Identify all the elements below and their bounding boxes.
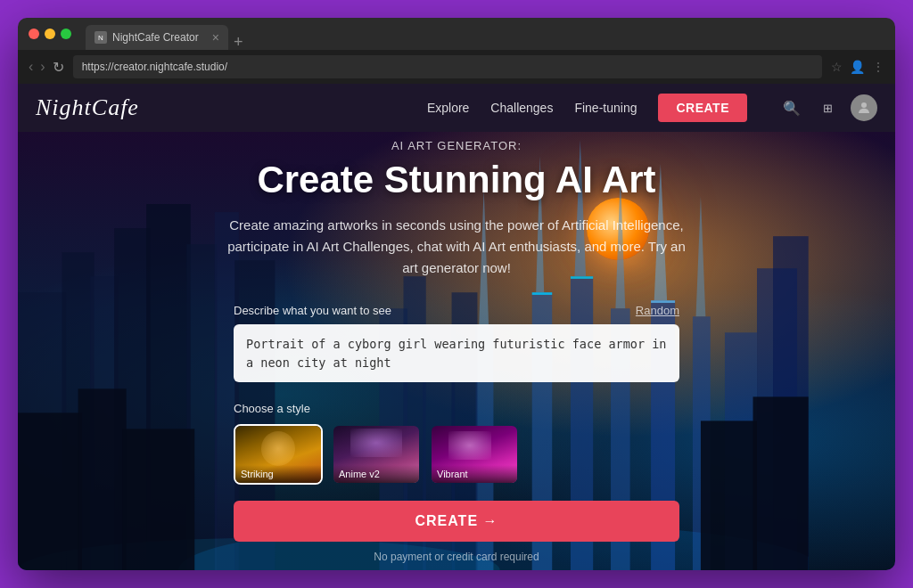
nav-challenges[interactable]: Challenges: [490, 101, 553, 115]
prompt-input[interactable]: [234, 324, 679, 382]
nav-fine-tuning[interactable]: Fine-tuning: [574, 101, 637, 115]
site-logo: NightCafe: [36, 94, 139, 121]
style-options: Striking Anime v2 Vibrant: [234, 424, 679, 485]
hero-title: Create Stunning AI Art: [225, 159, 688, 200]
nav-links: Explore Challenges Fine-tuning CREATE 🔍 …: [427, 94, 877, 122]
no-payment-text: No payment or credit card required: [234, 551, 679, 563]
forward-button[interactable]: ›: [40, 59, 45, 75]
prompt-label-row: Describe what you want to see Random: [234, 304, 679, 317]
style-section-label: Choose a style: [234, 402, 679, 415]
hero-content: AI ART GENERATOR: Create Stunning AI Art…: [207, 132, 706, 570]
browser-titlebar: N NightCafe Creator × +: [18, 18, 895, 50]
maximize-window-button[interactable]: [61, 29, 71, 39]
hero-section: AI ART GENERATOR: Create Stunning AI Art…: [18, 132, 895, 570]
tab-close-button[interactable]: ×: [212, 30, 219, 45]
style-label-striking: Striking: [235, 465, 321, 483]
reload-button[interactable]: ↻: [53, 59, 64, 76]
create-action-button[interactable]: CREATE →: [234, 501, 679, 542]
style-option-vibrant[interactable]: Vibrant: [430, 424, 519, 485]
tab-favicon: N: [95, 31, 107, 44]
style-option-anime[interactable]: Anime v2: [332, 424, 421, 485]
nav-create-button[interactable]: CREATE: [658, 94, 747, 122]
back-button[interactable]: ‹: [29, 59, 33, 75]
website-content: NightCafe Explore Challenges Fine-tuning…: [18, 84, 895, 570]
hero-subtitle: AI ART GENERATOR:: [225, 139, 688, 152]
nav-icons: 🔍 ⊞: [779, 94, 877, 121]
style-option-striking[interactable]: Striking: [234, 424, 323, 485]
browser-tabs: N NightCafe Creator × +: [86, 18, 243, 50]
active-tab[interactable]: N NightCafe Creator ×: [86, 25, 228, 50]
addressbar-actions: ☆ 👤 ⋮: [831, 60, 884, 74]
address-bar[interactable]: [73, 55, 822, 78]
menu-icon[interactable]: ⋮: [872, 60, 884, 74]
bookmark-icon[interactable]: ☆: [831, 60, 843, 74]
tab-label: NightCafe Creator: [112, 31, 199, 44]
nav-explore[interactable]: Explore: [427, 101, 469, 115]
prompt-section: Describe what you want to see Random Cho…: [234, 304, 679, 563]
browser-nav-buttons: ‹ › ↻: [29, 59, 64, 76]
hero-description: Create amazing artworks in seconds using…: [225, 215, 688, 279]
new-tab-button[interactable]: +: [234, 34, 243, 50]
close-window-button[interactable]: [29, 29, 39, 39]
random-link[interactable]: Random: [636, 304, 679, 317]
search-icon[interactable]: 🔍: [779, 95, 804, 120]
style-section: Choose a style Striking Anime v2: [234, 402, 679, 485]
profile-icon[interactable]: 👤: [850, 60, 865, 74]
user-avatar[interactable]: [851, 94, 877, 121]
traffic-lights: [29, 29, 71, 39]
browser-window: N NightCafe Creator × + ‹ › ↻ ☆ 👤 ⋮ Nigh…: [18, 18, 895, 570]
site-nav: NightCafe Explore Challenges Fine-tuning…: [18, 84, 895, 132]
browser-addressbar: ‹ › ↻ ☆ 👤 ⋮: [18, 50, 895, 84]
grid-icon[interactable]: ⊞: [815, 95, 840, 120]
style-label-anime: Anime v2: [333, 465, 419, 483]
logo-text: NightCafe: [36, 94, 139, 120]
style-label-vibrant: Vibrant: [432, 465, 517, 483]
minimize-window-button[interactable]: [45, 29, 55, 39]
prompt-label: Describe what you want to see: [234, 304, 391, 317]
svg-point-0: [861, 102, 867, 108]
